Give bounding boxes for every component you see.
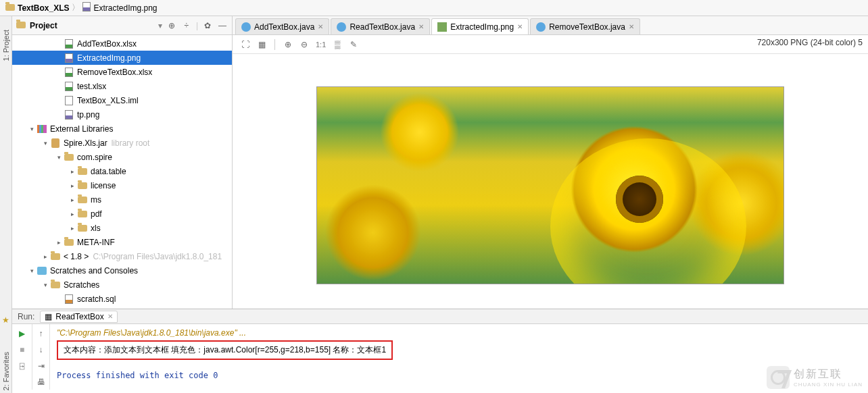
tree-item-jdk[interactable]: ▸< 1.8 >C:\Program Files\Java\jdk1.8.0_1… <box>12 249 232 263</box>
image-file-icon <box>82 2 91 14</box>
image-metadata: 720x300 PNG (24-bit color) 5 <box>757 38 863 47</box>
editor-area: AddTextBox.java✕ ReadTextBox.java✕ Extra… <box>233 16 868 309</box>
run-controls-2: ↑ ↓ ⇥ 🖶 <box>32 324 50 390</box>
run-config-icon: ▦ <box>45 312 52 321</box>
tree-item-scratches[interactable]: ▾Scratches and Consoles <box>12 263 232 278</box>
tree-item[interactable]: test.xlsx <box>12 79 232 93</box>
run-label: Run: <box>18 312 34 321</box>
breadcrumb-seg-1[interactable]: TextBox_XLS <box>5 3 69 13</box>
breadcrumb: TextBox_XLS 〉 ExtractedImg.png <box>0 0 868 16</box>
project-tree[interactable]: AddTextBox.xlsx ExtractedImg.png RemoveT… <box>12 35 232 309</box>
watermark-logo-icon <box>767 366 790 389</box>
tree-item[interactable]: ▸license <box>12 178 232 192</box>
down-icon[interactable]: ↓ <box>34 343 48 357</box>
tree-item[interactable]: ▸xls <box>12 221 232 235</box>
target-icon[interactable]: ⊕ <box>166 20 177 31</box>
tree-item[interactable]: AddTextBox.xlsx <box>12 36 232 51</box>
breadcrumb-label-2: ExtractedImg.png <box>93 3 157 13</box>
tab-project[interactable]: 1: Project <box>2 30 10 61</box>
tree-item[interactable]: ▾Scratches <box>12 278 232 292</box>
tab-removetextbox[interactable]: RemoveTextBox.java✕ <box>530 18 640 34</box>
run-tab[interactable]: ▦ ReadTextBox ✕ <box>40 311 117 323</box>
left-gutter: 1: Project <box>0 16 12 309</box>
minimize-icon[interactable]: — <box>217 20 228 31</box>
run-panel-header: Run: ▦ ReadTextBox ✕ <box>12 309 868 324</box>
watermark-text-1: 创新互联 <box>794 367 863 382</box>
exit-icon[interactable]: ⍈ <box>16 359 29 373</box>
close-icon[interactable]: ✕ <box>418 23 424 30</box>
tree-item[interactable]: ▸pdf <box>12 207 232 221</box>
console-output[interactable]: "C:\Program Files\Java\jdk1.8.0_181\bin\… <box>50 324 868 390</box>
divide-icon[interactable]: ÷ <box>181 20 192 31</box>
zoom-out-icon[interactable]: ⊖ <box>297 37 312 52</box>
project-panel-title: Project <box>30 21 154 30</box>
console-highlight-box: 文本内容：添加文本到文本框 填充色：java.awt.Color[r=255,g… <box>57 340 393 360</box>
project-panel-header: Project ▾ ⊕ ÷ | ✿ — <box>12 16 232 35</box>
dropdown-icon[interactable]: ▾ <box>158 21 162 30</box>
project-panel: Project ▾ ⊕ ÷ | ✿ — AddTextBox.xlsx Extr… <box>12 16 233 309</box>
close-icon[interactable]: ✕ <box>318 23 323 30</box>
watermark: 创新互联 CHUANG XIN HU LIAN <box>767 366 863 389</box>
tab-readtextbox[interactable]: ReadTextBox.java✕ <box>331 18 430 34</box>
breadcrumb-label-1: TextBox_XLS <box>18 3 69 13</box>
console-command: "C:\Program Files\Java\jdk1.8.0_181\bin\… <box>57 328 861 338</box>
preview-image <box>316 86 784 284</box>
run-panel: Run: ▦ ReadTextBox ✕ ▶ ■ ⍈ ↑ ↓ ⇥ 🖶 "C:\P… <box>0 309 868 390</box>
rerun-icon[interactable]: ▶ <box>16 327 29 340</box>
tree-item[interactable]: ▸data.table <box>12 164 232 178</box>
grid-icon[interactable]: ▦ <box>254 37 269 52</box>
close-icon[interactable]: ✕ <box>107 313 113 320</box>
zoom-in-icon[interactable]: ⊕ <box>281 37 295 52</box>
tree-item-package[interactable]: ▾com.spire <box>12 150 232 164</box>
java-class-icon <box>337 22 346 32</box>
editor-tabs: AddTextBox.java✕ ReadTextBox.java✕ Extra… <box>233 16 868 35</box>
tree-item[interactable]: ▸META-INF <box>12 235 232 249</box>
softwrap-icon[interactable]: ⇥ <box>34 359 48 373</box>
print-icon[interactable]: 🖶 <box>34 375 48 389</box>
tree-item-jar[interactable]: ▾Spire.Xls.jarlibrary root <box>12 136 232 150</box>
console-exit-message: Process finished with exit code 0 <box>57 371 861 380</box>
image-canvas[interactable] <box>233 54 868 309</box>
tab-addtextbox[interactable]: AddTextBox.java✕ <box>235 18 329 34</box>
console-output-line: 文本内容：添加文本到文本框 填充色：java.awt.Color[r=255,g… <box>64 345 386 355</box>
eyedropper-icon[interactable]: ✎ <box>346 37 361 52</box>
star-icon[interactable]: ★ <box>0 315 13 325</box>
tree-item-external-libraries[interactable]: ▾External Libraries <box>12 122 232 136</box>
gear-icon[interactable]: ✿ <box>202 20 213 31</box>
stop-icon[interactable]: ■ <box>16 343 29 357</box>
image-file-icon <box>437 22 447 32</box>
fitscreen-icon[interactable]: ⛶ <box>238 37 253 52</box>
close-icon[interactable]: ✕ <box>517 23 523 30</box>
left-gutter-bottom: ★ 2: Favorites Structure <box>0 309 12 393</box>
grid-toggle-icon[interactable]: ▒ <box>330 37 345 52</box>
tree-item-selected[interactable]: ExtractedImg.png <box>12 51 232 65</box>
tree-item[interactable]: tp.png <box>12 107 232 122</box>
zoom-ratio: 1:1 <box>316 41 326 49</box>
folder-icon <box>5 3 15 13</box>
up-icon[interactable]: ↑ <box>34 327 48 340</box>
tree-item[interactable]: scratch.sql <box>12 292 232 306</box>
java-class-icon <box>536 22 546 32</box>
close-icon[interactable]: ✕ <box>629 23 634 30</box>
project-icon <box>16 21 26 30</box>
tree-item[interactable]: ▸ms <box>12 192 232 207</box>
tab-extractedimg[interactable]: ExtractedImg.png✕ <box>431 18 529 34</box>
chevron-right-icon: 〉 <box>72 2 80 14</box>
java-class-icon <box>241 22 251 32</box>
tree-item[interactable]: RemoveTextBox.xlsx <box>12 65 232 79</box>
watermark-text-2: CHUANG XIN HU LIAN <box>794 382 863 388</box>
tree-item[interactable]: TextBox_XLS.iml <box>12 93 232 107</box>
breadcrumb-seg-2[interactable]: ExtractedImg.png <box>82 2 157 14</box>
run-controls: ▶ ■ ⍈ <box>12 324 32 390</box>
tab-favorites[interactable]: 2: Favorites <box>2 352 10 390</box>
